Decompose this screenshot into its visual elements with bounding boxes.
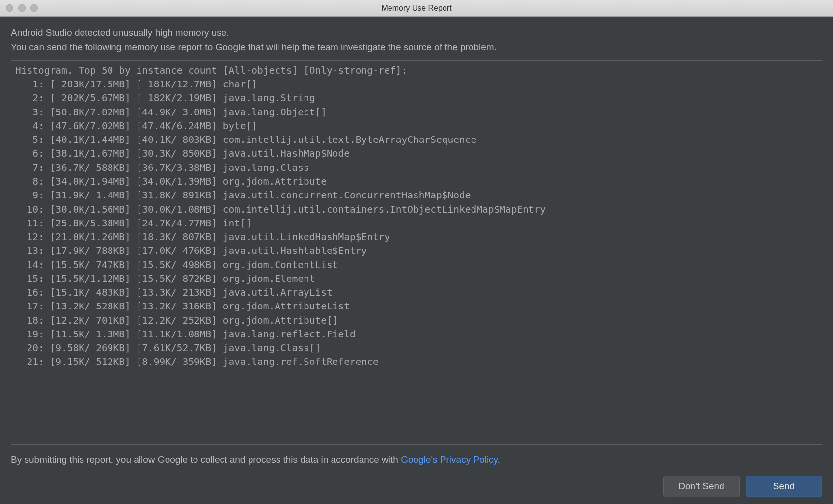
privacy-prefix: By submitting this report, you allow Goo… xyxy=(11,454,401,465)
intro-text: Android Studio detected unusually high m… xyxy=(11,26,822,55)
send-button[interactable]: Send xyxy=(746,476,822,497)
memory-report-textarea[interactable]: Histogram. Top 50 by instance count [All… xyxy=(11,60,822,445)
minimize-icon[interactable] xyxy=(18,4,26,12)
button-bar: Don't Send Send xyxy=(11,476,822,497)
dont-send-button[interactable]: Don't Send xyxy=(663,476,740,497)
dialog-content: Android Studio detected unusually high m… xyxy=(0,17,833,504)
privacy-suffix: . xyxy=(498,454,500,465)
window-controls xyxy=(6,4,38,12)
intro-line-1: Android Studio detected unusually high m… xyxy=(11,26,822,40)
privacy-policy-link[interactable]: Google's Privacy Policy xyxy=(401,454,498,465)
intro-line-2: You can send the following memory use re… xyxy=(11,40,822,54)
zoom-icon[interactable] xyxy=(30,4,38,12)
window-title: Memory Use Report xyxy=(381,4,451,13)
privacy-note: By submitting this report, you allow Goo… xyxy=(11,452,822,467)
window-titlebar: Memory Use Report xyxy=(0,0,833,17)
close-icon[interactable] xyxy=(6,4,13,12)
